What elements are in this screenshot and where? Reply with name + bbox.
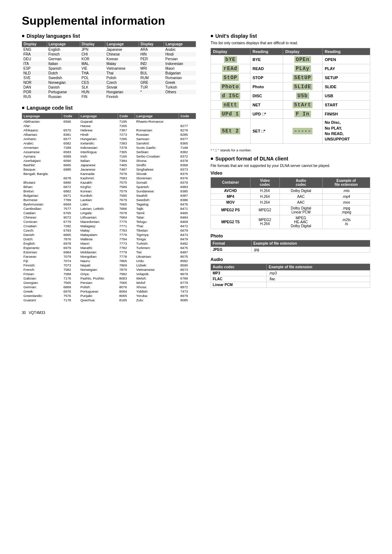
code-cell: 8582	[179, 258, 196, 263]
code-cell: 6669	[62, 202, 79, 206]
pcol-format: Format	[211, 240, 252, 247]
code-cell: Icelandic:	[79, 141, 118, 145]
code-cell: 6589	[62, 154, 79, 158]
code-cell: Malayalam:	[79, 232, 118, 237]
vcol-ext: Example offile extension	[322, 177, 370, 188]
code-cell: 7168	[179, 145, 196, 150]
audio-cell: .mp3	[267, 270, 370, 276]
lang-cell: SVE	[22, 76, 47, 80]
lang-cell: Portuguese	[47, 90, 80, 94]
audio-subheading: Audio	[211, 257, 370, 262]
code-cell: Estonian:	[22, 250, 62, 254]
code-cell: Basque:	[22, 167, 62, 171]
code-cell: 7982	[118, 272, 135, 276]
code-cell: 8471	[179, 206, 196, 211]
code-cell: Nauru:	[79, 258, 118, 263]
code-cell: 7879	[118, 267, 135, 272]
code-cell: 8084	[118, 289, 135, 293]
page-num-value: 30	[22, 311, 26, 315]
dlna-video-cell: .mpg .mpeg	[322, 205, 370, 215]
lang-col-lang2: Language	[105, 41, 139, 47]
code-cell: German:	[22, 285, 62, 289]
code-cell: Romanian:	[135, 128, 179, 132]
code-cell: Somali:	[135, 180, 179, 184]
code-cell: 7783	[118, 228, 135, 232]
audio-cell: .flac	[267, 276, 370, 282]
code-cell: 9085	[179, 298, 196, 302]
code-cell: 7589	[118, 184, 135, 189]
code-cell: 7487	[118, 167, 135, 171]
code-cell: Hebrew:	[79, 128, 118, 132]
code-cell: 7065	[118, 280, 135, 285]
code-cell: 6678	[62, 176, 79, 180]
code-cell: Azerbaijani:	[22, 158, 62, 163]
code-cell: French:	[22, 267, 62, 272]
code-cell: 8375	[179, 171, 196, 176]
code-cell: 8378	[179, 158, 196, 163]
ud-read2: OPEN	[322, 55, 370, 64]
code-cell: Serbo-Croatian:	[135, 154, 179, 158]
units-display-intro: This list only contains displays that ar…	[211, 41, 370, 45]
lang-cell: RUS	[22, 94, 47, 99]
code-cell: Bengali; Bangla:	[22, 171, 62, 176]
code-cell: Portuguese:	[79, 289, 118, 293]
lang-cell: Malay	[105, 61, 139, 66]
code-cell: Afar:	[22, 123, 62, 128]
dlna-video-cell: MPEG2 H.264	[250, 215, 280, 229]
ud-read2: SLIDE	[322, 82, 370, 91]
lang-cell: HIN	[139, 52, 164, 57]
code-cell: 7784	[118, 237, 135, 241]
code-col-code3: Code	[179, 113, 196, 119]
code-cell: Maltese:	[79, 237, 118, 241]
code-cell: 7387	[118, 128, 135, 132]
dlna-audio-table: Audio codec Example of file extension MP…	[211, 264, 370, 288]
code-cell: 7665	[118, 202, 135, 206]
code-cell: 8476	[179, 202, 196, 206]
code-cell: Afrikaans:	[22, 128, 62, 132]
code-cell: 7185	[118, 119, 135, 124]
code-cell: 8575	[179, 254, 196, 258]
lang-cell: HUN	[80, 90, 105, 94]
code-cell	[62, 171, 79, 176]
code-cell: Twi:	[135, 250, 179, 254]
dlna-video-cell: MPEG2 TS	[211, 215, 250, 229]
lang-cell: Polish	[105, 76, 139, 80]
code-cell: 8185	[118, 298, 135, 302]
code-cell: 7578	[118, 171, 135, 176]
dlna-video-cell: MOV	[211, 199, 250, 205]
code-cell: Rhaeto-Romance:	[135, 119, 179, 124]
dlna-video-cell: .mov	[322, 199, 370, 205]
lang-cell: ENG	[22, 47, 47, 52]
code-cell: 8779	[179, 280, 196, 285]
code-cell: Malagasy:	[79, 224, 118, 228]
code-cell: Thai:	[135, 224, 179, 228]
code-cell: 7365	[118, 150, 135, 154]
code-cell: 7082	[62, 267, 79, 272]
code-cell: 7165	[118, 154, 135, 158]
vcol-container: Container	[211, 177, 250, 188]
code-cell: Arabic:	[22, 141, 62, 145]
code-cell: 7384	[118, 158, 135, 163]
udcol-display1: Display	[211, 48, 250, 55]
ud-lcd2: OPEn	[283, 55, 322, 64]
ud-read1: SET □*	[250, 119, 283, 144]
code-cell: 7876	[62, 237, 79, 241]
ud-read2: FINISH	[322, 110, 370, 119]
right-column: Unit's display list This list only conta…	[211, 33, 370, 315]
ud-lcd2: SEtUP	[283, 73, 322, 82]
code-cell: 8365	[179, 141, 196, 145]
audio-cell	[267, 282, 370, 288]
ud-read2: USB	[322, 91, 370, 101]
lang-cell: SLK	[80, 85, 105, 90]
code-cell: 6665	[62, 163, 79, 167]
code-cell: Cambodian:	[22, 206, 62, 211]
code-cell: 7684	[118, 215, 135, 219]
code-cell: Lingala:	[79, 211, 118, 215]
code-cell: Dutch:	[22, 237, 62, 241]
code-cell: 6679	[179, 228, 196, 232]
code-cell: Bulgarian:	[22, 193, 62, 197]
code-cell: Urdu:	[135, 258, 179, 263]
lang-cell: Hindi	[164, 52, 196, 57]
code-cell: Tamil:	[135, 211, 179, 215]
audio-cell: MP3	[211, 270, 267, 276]
